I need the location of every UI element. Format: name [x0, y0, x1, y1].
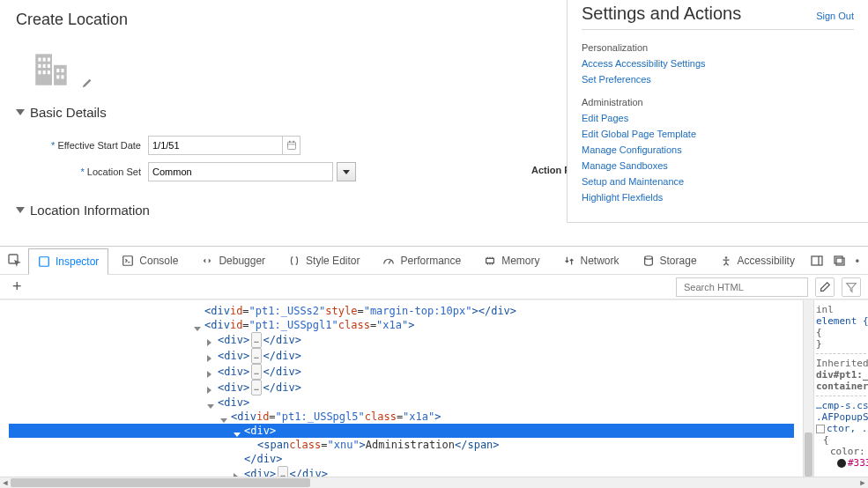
tab-memory[interactable]: Memory [474, 248, 549, 274]
svg-rect-18 [287, 144, 295, 145]
link-accessibility[interactable]: Access Accessibility Settings [582, 58, 854, 69]
add-node-icon[interactable]: + [7, 277, 27, 296]
element-picker-icon[interactable] [5, 254, 25, 268]
svg-rect-5 [38, 64, 41, 68]
tree-node[interactable]: <div>…</div> [9, 348, 803, 364]
svg-rect-23 [486, 258, 494, 262]
tab-console[interactable]: Console [112, 248, 188, 274]
disclosure-icon [16, 207, 25, 213]
filter-icon[interactable] [842, 277, 861, 297]
svg-line-22 [389, 260, 391, 263]
tab-storage[interactable]: Storage [633, 248, 707, 274]
tree-node[interactable]: <div id="pt1:_USSpgl1" class="x1a"> [9, 318, 803, 332]
link-setup-maint[interactable]: Setup and Maintenance [582, 176, 854, 187]
link-edit-template[interactable]: Edit Global Page Template [582, 129, 854, 139]
tab-inspector[interactable]: Inspector [28, 248, 108, 275]
svg-rect-4 [48, 58, 50, 62]
tab-performance[interactable]: Performance [373, 248, 471, 274]
tree-node[interactable]: <div>…</div> [9, 364, 803, 380]
location-set-label: Location Set [0, 166, 141, 177]
tab-style-editor[interactable]: Style Editor [278, 248, 369, 274]
search-html-input[interactable] [676, 277, 808, 297]
settings-title: Settings and Actions [582, 4, 741, 24]
chevron-down-icon [343, 170, 350, 174]
svg-point-31 [724, 256, 727, 259]
sign-out-link[interactable]: Sign Out [816, 11, 854, 21]
section-basic-label: Basic Details [30, 105, 107, 120]
tree-h-scrollbar[interactable]: ◄► [0, 477, 868, 488]
svg-rect-20 [40, 256, 49, 266]
svg-rect-7 [48, 64, 50, 68]
svg-rect-21 [123, 255, 133, 265]
dom-tree[interactable]: <div id="pt1:_USSs2" style="margin-top:1… [0, 300, 803, 477]
svg-rect-14 [61, 75, 63, 78]
link-edit-pages[interactable]: Edit Pages [582, 113, 854, 123]
tab-debugger[interactable]: Debugger [191, 248, 275, 274]
section-locinfo-label: Location Information [30, 203, 150, 218]
link-highlight-flex[interactable]: Highlight Flexfields [582, 192, 854, 203]
svg-rect-1 [54, 65, 67, 85]
location-set-input[interactable] [148, 162, 333, 181]
tree-node[interactable]: <div id="pt1:_USSs2" style="margin-top:1… [9, 304, 803, 318]
pencil-icon[interactable] [81, 77, 93, 89]
group-administration: Administration [582, 97, 854, 107]
tree-node[interactable]: <div id="pt1:_USSpgl5" class="x1a"> [9, 410, 803, 424]
more-icon[interactable]: • [856, 255, 859, 267]
tree-node[interactable]: <div>…</div> [9, 332, 803, 348]
link-manage-sandboxes[interactable]: Manage Sandboxes [582, 160, 854, 171]
svg-rect-12 [61, 69, 63, 72]
tree-node[interactable]: <div> [9, 396, 803, 410]
settings-panel: Settings and Actions Sign Out Personaliz… [567, 0, 868, 223]
disclosure-icon [16, 109, 25, 115]
styles-pane[interactable]: inl element { {} Inherited fr div#pt1:_U… [813, 300, 868, 477]
svg-rect-16 [289, 141, 291, 143]
location-set-dropdown[interactable] [337, 162, 356, 181]
eff-date-input[interactable] [148, 136, 283, 155]
tree-node[interactable]: <span class="xnu">Administration</span> [9, 438, 803, 452]
svg-point-30 [644, 255, 652, 259]
eyedropper-icon[interactable] [815, 277, 835, 297]
eff-date-label: Effective Start Date [0, 140, 141, 151]
svg-rect-13 [56, 75, 59, 78]
svg-rect-3 [43, 58, 46, 62]
svg-rect-10 [48, 70, 50, 74]
tree-node[interactable]: <div> [9, 424, 794, 438]
svg-rect-8 [38, 70, 41, 74]
svg-rect-15 [287, 142, 295, 149]
tree-node[interactable]: <div>…</div> [9, 380, 803, 396]
svg-rect-6 [43, 64, 46, 68]
tab-network[interactable]: Network [553, 248, 629, 274]
svg-rect-11 [56, 69, 59, 72]
building-icon [30, 47, 74, 91]
link-preferences[interactable]: Set Preferences [582, 74, 854, 85]
action-reason-label: Action R [531, 165, 571, 175]
svg-rect-17 [293, 141, 294, 143]
svg-rect-2 [38, 58, 41, 62]
tab-accessibility[interactable]: Accessibility [710, 248, 805, 274]
tree-scrollbar[interactable] [803, 300, 813, 477]
svg-rect-32 [812, 256, 822, 265]
date-picker-icon[interactable] [283, 136, 300, 155]
dock-popout-icon[interactable] [833, 254, 847, 268]
svg-rect-9 [43, 70, 46, 74]
link-manage-configs[interactable]: Manage Configurations [582, 144, 854, 155]
devtools-panel: Inspector Console Debugger Style Editor … [0, 246, 868, 488]
dock-side-icon[interactable] [810, 254, 824, 268]
group-personalization: Personalization [582, 42, 854, 53]
tree-node[interactable]: <div>…</div> [9, 466, 803, 477]
tree-node[interactable]: </div> [9, 452, 803, 466]
